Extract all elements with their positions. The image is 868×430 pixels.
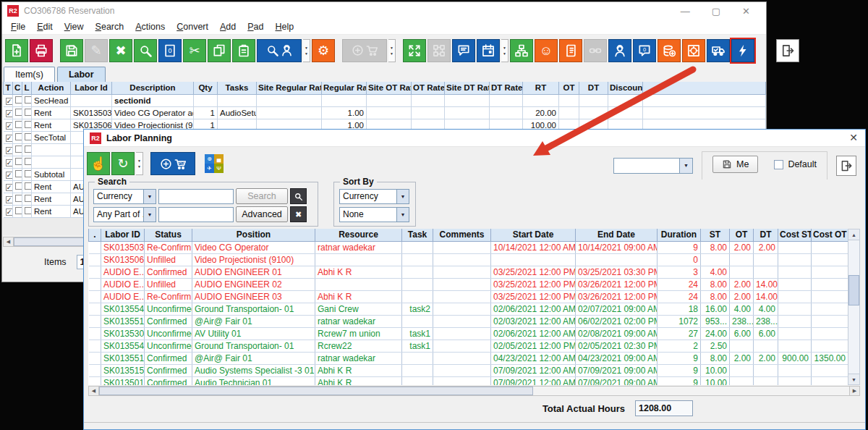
- column-header[interactable]: Cost ST: [778, 229, 812, 241]
- save-button[interactable]: [60, 39, 83, 62]
- labor-row[interactable]: SK013554UnconfirmedGround Transportaion-…: [89, 303, 848, 315]
- column-header[interactable]: Regular Rate: [322, 82, 367, 94]
- row-checkbox[interactable]: ✓: [6, 208, 13, 216]
- column-header[interactable]: Site Regular Rate: [257, 82, 322, 94]
- default-checkbox[interactable]: [774, 160, 783, 169]
- scroll-up-icon[interactable]: ▲: [848, 229, 859, 240]
- delivery-truck-button[interactable]: [707, 39, 730, 62]
- row-checkbox[interactable]: [15, 158, 22, 165]
- labor-row[interactable]: SK013503Re-ConfirmVideo CG Operatorratna…: [89, 241, 848, 253]
- row-checkbox[interactable]: [15, 170, 22, 177]
- scrollbar-thumb[interactable]: [848, 275, 859, 305]
- add-to-cart-button-dropdown[interactable]: ▼▼: [388, 39, 396, 62]
- row-checkbox[interactable]: ✓: [6, 110, 13, 117]
- select-hand-button[interactable]: ☝: [87, 152, 110, 175]
- search-button[interactable]: Search: [236, 188, 288, 204]
- labor-row[interactable]: AUDIO E...ConfirmedAUDIO ENGINEER 01Abhi…: [89, 266, 848, 278]
- labor-vertical-scrollbar[interactable]: ▲ ▼: [848, 229, 860, 385]
- row-checkbox[interactable]: ✓: [6, 184, 13, 191]
- row-checkbox[interactable]: ✓: [6, 122, 13, 130]
- column-header[interactable]: End Date: [576, 229, 658, 241]
- minimize-button[interactable]: —: [681, 6, 690, 17]
- row-checkbox[interactable]: ✓: [6, 159, 13, 166]
- column-header[interactable]: Description: [112, 82, 194, 94]
- vault-button[interactable]: [682, 39, 705, 62]
- column-header[interactable]: OT Rate: [412, 82, 445, 94]
- column-header[interactable]: DT: [754, 229, 778, 241]
- column-header[interactable]: Resource: [315, 229, 402, 241]
- column-header[interactable]: T: [4, 82, 13, 94]
- row-checkbox[interactable]: [15, 207, 22, 214]
- labor-button[interactable]: [608, 39, 631, 62]
- menu-convert[interactable]: Convert: [171, 20, 214, 33]
- labor-row[interactable]: SK013506UnfilledVideo Projectionist (910…: [89, 253, 848, 266]
- column-header[interactable]: .: [89, 229, 101, 241]
- labor-horizontal-scrollbar[interactable]: ◀ ▶: [88, 386, 860, 396]
- scroll-left-icon[interactable]: ◀: [89, 387, 99, 395]
- menu-help[interactable]: Help: [270, 20, 300, 33]
- menu-pad[interactable]: Pad: [242, 20, 269, 33]
- scroll-down-icon[interactable]: ▼: [848, 374, 859, 384]
- refresh-button[interactable]: ↻: [111, 152, 135, 175]
- tab-items[interactable]: Item(s): [4, 67, 55, 82]
- billing-coins-button[interactable]: [658, 39, 681, 62]
- menu-edit[interactable]: Edit: [31, 20, 59, 33]
- labor-row[interactable]: AUDIO E...Re-ConfirmAUDIO ENGINEER 03Abh…: [89, 290, 848, 303]
- sort-secondary-combobox[interactable]: None ▼: [339, 207, 409, 222]
- scroll-left-icon[interactable]: ◀: [4, 237, 14, 246]
- copy-button[interactable]: [208, 39, 231, 62]
- column-header[interactable]: Comments: [433, 229, 491, 241]
- paste-button[interactable]: [232, 39, 255, 62]
- labor-row[interactable]: SK013501ConfirmedAudio Technician 01Abhi…: [89, 376, 848, 385]
- row-checkbox[interactable]: [25, 170, 32, 177]
- menu-file[interactable]: File: [5, 20, 31, 33]
- column-header[interactable]: ST: [701, 229, 730, 241]
- chevron-down-icon[interactable]: ▼: [679, 159, 692, 173]
- calendar-button[interactable]: [477, 39, 500, 62]
- chevron-down-icon[interactable]: ▼: [143, 190, 156, 203]
- row-checkbox[interactable]: [25, 96, 32, 104]
- row-checkbox[interactable]: [25, 195, 32, 202]
- table-row[interactable]: ✓RentSK013503Video CG Operator added1Aud…: [4, 106, 766, 119]
- row-checkbox[interactable]: [15, 146, 22, 153]
- column-header[interactable]: DT Rate: [490, 82, 523, 94]
- column-header[interactable]: Site DT Rate: [445, 82, 490, 94]
- column-header[interactable]: Labor ID: [101, 229, 145, 241]
- table-row[interactable]: ✓SecHeadsectionid: [4, 94, 766, 106]
- row-checkbox[interactable]: [15, 195, 22, 202]
- column-header[interactable]: Duration: [658, 229, 701, 241]
- row-checkbox[interactable]: [25, 109, 32, 116]
- menu-actions[interactable]: Actions: [129, 20, 171, 33]
- advanced-search-input[interactable]: [158, 207, 234, 222]
- column-header[interactable]: OT: [730, 229, 754, 241]
- sort-primary-combobox[interactable]: Currency ▼: [339, 189, 409, 204]
- row-checkbox[interactable]: [25, 146, 32, 153]
- column-header[interactable]: Start Date: [491, 229, 576, 241]
- search-field-combobox[interactable]: Currency ▼: [93, 189, 156, 204]
- travel-services-button[interactable]: ⊕▄✈Ψ: [203, 152, 226, 175]
- maximize-button[interactable]: ▢: [712, 6, 720, 17]
- print-button[interactable]: [30, 39, 53, 62]
- column-header[interactable]: C: [13, 82, 22, 94]
- search-input[interactable]: [158, 189, 234, 204]
- labor-planning-button[interactable]: [731, 39, 754, 62]
- copy-special-button[interactable]: 0: [158, 39, 182, 62]
- comments-button[interactable]: 0: [633, 39, 656, 62]
- contract-button[interactable]: [559, 39, 582, 62]
- notes-button[interactable]: [452, 39, 475, 62]
- advanced-button[interactable]: Advanced: [236, 206, 288, 222]
- row-checkbox[interactable]: [25, 158, 32, 165]
- row-checkbox[interactable]: [25, 133, 32, 140]
- chevron-down-icon[interactable]: ▼: [143, 208, 156, 222]
- menu-view[interactable]: View: [59, 20, 90, 33]
- find-resource-button-dropdown[interactable]: ▼▼: [303, 39, 310, 62]
- clear-search-button[interactable]: ✖: [290, 206, 307, 222]
- crew-button[interactable]: ☺: [535, 39, 558, 62]
- column-header[interactable]: Cost OT: [812, 229, 848, 241]
- delete-button[interactable]: ✖: [109, 39, 132, 62]
- chevron-down-icon[interactable]: ▼: [396, 208, 409, 222]
- row-checkbox[interactable]: [25, 121, 32, 128]
- calendar-button-dropdown[interactable]: ▼▼: [501, 39, 509, 62]
- close-button[interactable]: ✕: [742, 6, 750, 17]
- new-document-button[interactable]: [5, 39, 28, 62]
